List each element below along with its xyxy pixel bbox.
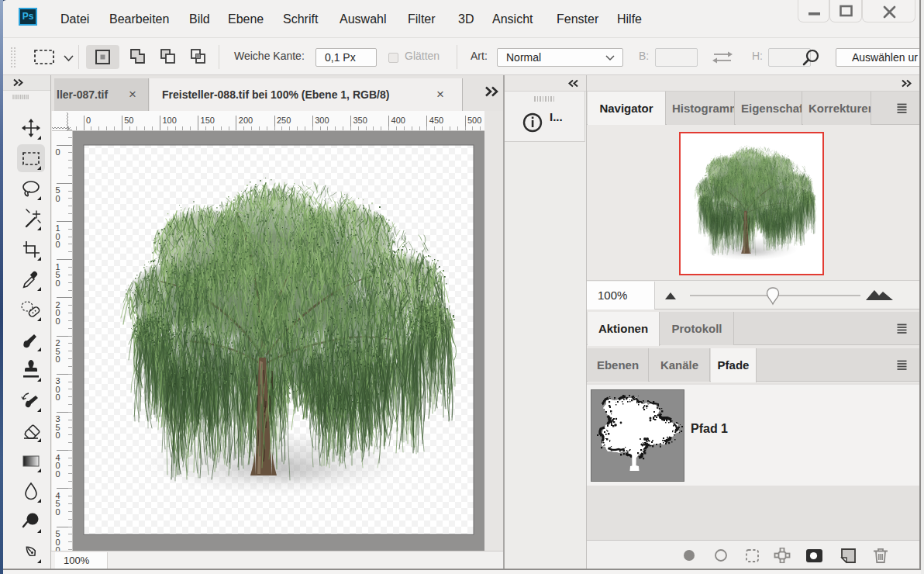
- svg-text:200: 200: [239, 116, 253, 125]
- svg-text:0: 0: [56, 147, 60, 157]
- svg-text:0: 0: [56, 507, 60, 517]
- svg-text:400: 400: [391, 116, 405, 125]
- svg-text:0: 0: [56, 316, 60, 326]
- svg-text:0: 0: [56, 278, 60, 288]
- svg-text:500: 500: [467, 116, 481, 125]
- svg-text:450: 450: [429, 116, 443, 125]
- svg-text:0: 0: [56, 240, 60, 249]
- svg-text:0: 0: [56, 392, 60, 402]
- svg-text:0: 0: [56, 354, 60, 364]
- svg-text:100: 100: [162, 116, 176, 125]
- svg-text:0: 0: [56, 430, 60, 440]
- svg-text:150: 150: [201, 116, 215, 125]
- svg-text:0: 0: [56, 545, 60, 551]
- svg-text:0: 0: [56, 194, 60, 203]
- svg-text:300: 300: [315, 116, 329, 125]
- svg-text:0: 0: [56, 469, 60, 479]
- svg-text:0: 0: [86, 116, 91, 125]
- svg-text:250: 250: [277, 116, 291, 125]
- svg-text:350: 350: [353, 116, 367, 125]
- svg-text:50: 50: [124, 116, 133, 125]
